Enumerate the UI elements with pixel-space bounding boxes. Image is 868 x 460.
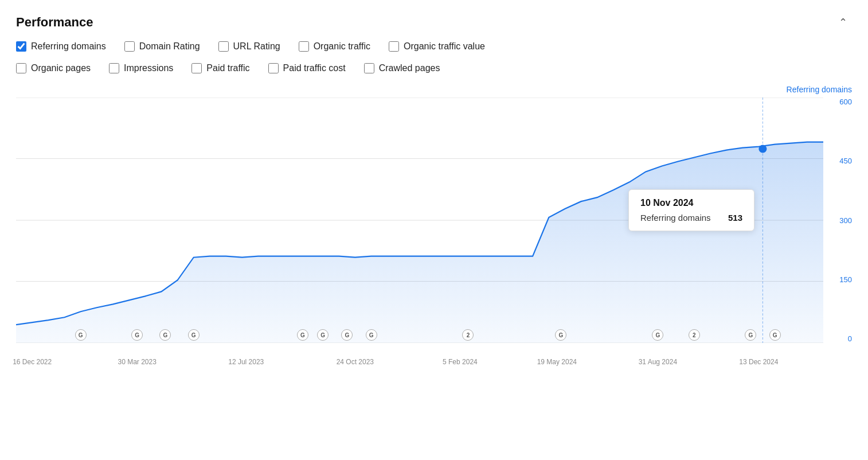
panel-header: Performance ⌃	[16, 14, 852, 31]
y-axis: 6004503001500	[824, 98, 852, 343]
x-axis-label: 30 Mar 2023	[118, 358, 156, 366]
x-axis-label: 31 Aug 2024	[639, 358, 677, 366]
checkbox-input-organic_traffic[interactable]	[299, 41, 309, 52]
checkbox-impressions[interactable]: Impressions	[109, 63, 173, 73]
checkbox-input-organic_pages[interactable]	[16, 63, 26, 73]
y-axis-label: 600	[839, 98, 852, 106]
checkboxes-row-2: Organic pagesImpressionsPaid trafficPaid…	[16, 63, 852, 79]
y-axis-label: 450	[839, 157, 852, 165]
checkbox-label-paid_traffic: Paid traffic	[206, 63, 249, 73]
chart-legend-referring-domains: Referring domains	[787, 85, 852, 94]
checkbox-input-paid_traffic_cost[interactable]	[268, 63, 279, 73]
checkbox-url_rating[interactable]: URL Rating	[218, 41, 280, 52]
chart-area: Referring domains 6004503001500	[16, 85, 852, 366]
checkbox-input-domain_rating[interactable]	[124, 41, 135, 52]
collapse-button[interactable]: ⌃	[834, 14, 852, 31]
y-axis-label: 300	[839, 216, 852, 225]
x-axis-label: 5 Feb 2024	[443, 358, 478, 366]
performance-panel: Performance ⌃ Referring domainsDomain Ra…	[0, 0, 868, 377]
checkbox-input-organic_traffic_value[interactable]	[389, 41, 399, 52]
checkbox-label-organic_traffic_value: Organic traffic value	[404, 41, 485, 52]
chart-svg-wrapper: GGGGGGGGG2G2GG 10 Nov 2024 Referring dom…	[16, 98, 823, 343]
y-axis-label: 0	[848, 334, 852, 343]
checkbox-input-url_rating[interactable]	[218, 41, 229, 52]
checkbox-label-url_rating: URL Rating	[233, 41, 280, 52]
checkbox-input-impressions[interactable]	[109, 63, 119, 73]
checkbox-label-domain_rating: Domain Rating	[139, 41, 200, 52]
checkbox-domain_rating[interactable]: Domain Rating	[124, 41, 200, 52]
svg-marker-5	[16, 142, 823, 343]
x-axis-label: 19 May 2024	[537, 358, 577, 366]
checkbox-label-organic_pages: Organic pages	[31, 63, 91, 73]
checkbox-crawled_pages[interactable]: Crawled pages	[364, 63, 440, 73]
panel-title: Performance	[16, 15, 93, 30]
checkbox-organic_traffic[interactable]: Organic traffic	[299, 41, 370, 52]
checkbox-input-referring_domains[interactable]	[16, 41, 26, 52]
checkbox-organic_traffic_value[interactable]: Organic traffic value	[389, 41, 485, 52]
checkbox-label-referring_domains: Referring domains	[31, 41, 106, 52]
checkboxes-row-1: Referring domainsDomain RatingURL Rating…	[16, 41, 852, 57]
x-axis-label: 16 Dec 2022	[13, 358, 52, 366]
y-axis-label: 150	[839, 275, 852, 284]
checkbox-label-crawled_pages: Crawled pages	[379, 63, 440, 73]
x-axis-label: 24 Oct 2023	[337, 358, 374, 366]
checkbox-input-crawled_pages[interactable]	[364, 63, 374, 73]
checkbox-input-paid_traffic[interactable]	[191, 63, 202, 73]
checkbox-organic_pages[interactable]: Organic pages	[16, 63, 91, 73]
checkbox-paid_traffic_cost[interactable]: Paid traffic cost	[268, 63, 346, 73]
checkbox-label-paid_traffic_cost: Paid traffic cost	[283, 63, 346, 73]
x-axis-label: 12 Jul 2023	[228, 358, 264, 366]
x-axis-label: 13 Dec 2024	[739, 358, 778, 366]
checkbox-referring_domains[interactable]: Referring domains	[16, 41, 106, 52]
x-axis: 16 Dec 202230 Mar 202312 Jul 202324 Oct …	[16, 345, 823, 366]
checkbox-paid_traffic[interactable]: Paid traffic	[191, 63, 249, 73]
checkbox-label-organic_traffic: Organic traffic	[314, 41, 370, 52]
checkbox-label-impressions: Impressions	[124, 63, 173, 73]
